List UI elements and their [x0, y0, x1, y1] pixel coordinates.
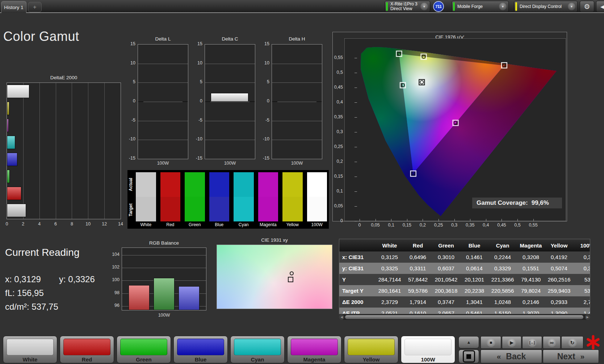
delta-y-tick: -15 — [125, 156, 135, 161]
pattern-button-cyan[interactable]: Cyan — [230, 336, 285, 363]
table-row: y: CIE310,33250,33110,60370,06140,33290,… — [339, 263, 590, 274]
table-row-label: y: CIE31 — [339, 263, 376, 274]
chevron-down-icon[interactable]: ▼ — [568, 3, 575, 10]
pattern-button-white[interactable]: White — [3, 336, 57, 363]
pattern-button-magenta[interactable]: Magenta — [287, 336, 341, 363]
cie1976-x-tick: 0,55 — [529, 223, 537, 228]
delta-y-tick: -15 — [192, 156, 202, 161]
table-cell: 1,3041 — [460, 296, 488, 308]
workflow-dropdown[interactable]: Direct Display Control ▼ — [514, 1, 578, 12]
target-swatch — [160, 197, 181, 221]
swatch-column-cyan: Cyan — [234, 172, 254, 228]
table-cell: 0,1610 — [404, 308, 432, 314]
stop-measure-button[interactable]: ■ — [481, 336, 501, 349]
rgb-y-tick: 98 — [109, 290, 119, 295]
pattern-swatch — [7, 339, 54, 355]
cie1976-x-tick: 0 — [358, 223, 361, 228]
swatch-column-magenta: Magenta — [258, 172, 278, 228]
refresh-measure-button[interactable]: ↻ — [561, 336, 583, 349]
alert-asterisk-icon — [586, 335, 601, 350]
chevron-down-icon[interactable]: ▼ — [499, 3, 507, 10]
gamut-coverage-value: 99,6% — [532, 199, 549, 207]
rgb-y-tick: 96 — [109, 303, 119, 308]
workflow-label: Direct Display Control — [520, 4, 562, 9]
table-cell: 20,1201 — [460, 274, 488, 285]
deltae-x-tick: 8 — [71, 221, 73, 227]
table-cell: 1,0248 — [488, 296, 517, 308]
cie1976-x-tick: 0,5 — [514, 223, 520, 228]
cie1976-y-tick: 0,05 — [334, 203, 343, 208]
deltae-bar-yellow — [7, 102, 9, 115]
actual-swatch — [234, 172, 254, 197]
pattern-button-green[interactable]: Green — [117, 336, 171, 363]
page-title: Color Gamut — [3, 29, 79, 44]
add-tab-button[interactable]: + — [28, 2, 42, 12]
cie1976-diagram — [344, 38, 566, 221]
pattern-button-blue[interactable]: Blue — [173, 336, 228, 363]
source-status-indicator — [453, 2, 455, 11]
table-cell: 53 — [573, 274, 590, 285]
pattern-button-100w[interactable]: 100W — [401, 336, 455, 363]
meter-dropdown[interactable]: X-Rite i1Pro 3 Direct View ▼ — [385, 1, 430, 12]
chevron-down-icon[interactable]: ▼ — [420, 3, 428, 10]
pattern-button-label: Blue — [174, 356, 227, 363]
swatch-label: Green — [185, 221, 205, 228]
raise-panel-button[interactable]: ▲ — [458, 336, 479, 348]
table-header: Cyan — [488, 239, 517, 251]
top-bar: History 1 + X-Rite i1Pro 3 Direct View ▼… — [0, 0, 604, 13]
next-label: Next — [557, 352, 575, 361]
actual-swatch — [136, 172, 156, 197]
table-header: Magenta — [517, 239, 545, 251]
swatch-label: White — [136, 221, 156, 228]
table-row: x: CIE310,31250,64960,30100,14610,22440,… — [339, 251, 590, 263]
table-cell: 2,0657 — [432, 308, 460, 314]
meter-count-badge[interactable]: 711 — [433, 1, 444, 12]
chevron-double-right-icon: » — [580, 352, 585, 361]
cie1976-y-tick: 0,15 — [334, 174, 343, 179]
collapse-panel-button[interactable]: ◀ — [596, 1, 604, 12]
continuous-measure-button[interactable]: ∞ — [543, 336, 561, 349]
rgb-bar-green — [154, 278, 175, 310]
play-measure-button[interactable]: ▶ — [502, 336, 521, 349]
current-reading-y: y: 0,3326 — [59, 274, 95, 284]
cie1931-reading-circle-marker — [290, 271, 294, 275]
scrollbar-thumb[interactable] — [345, 315, 584, 319]
stop-icon: ■ — [487, 338, 495, 347]
table-cell: 1,5150 — [488, 308, 517, 314]
delta_c-bar — [211, 93, 248, 102]
refresh-icon: ↻ — [568, 338, 577, 347]
pattern-button-red[interactable]: Red — [60, 336, 114, 363]
pattern-button-label: Magenta — [288, 356, 341, 363]
table-horizontal-scrollbar[interactable]: ◀ ▶ — [339, 314, 590, 320]
target-row-label: Target — [128, 198, 134, 222]
delta-y-tick: 15 — [125, 41, 135, 46]
table-row-label: x: CIE31 — [339, 251, 376, 263]
play-icon: ▶ — [507, 338, 516, 347]
table-cell: 0,2244 — [488, 251, 517, 263]
cie1976-x-tick: 0,4 — [483, 223, 489, 228]
rgb-y-tick: 100 — [109, 277, 119, 282]
cie1976-x-tick: 0,15 — [403, 223, 411, 228]
tab-history-1[interactable]: History 1 — [1, 1, 26, 13]
table-cell: 0,6496 — [404, 251, 432, 263]
step-measure-button[interactable]: [↔] — [522, 336, 542, 349]
gamut-coverage-label: Gamut Coverage: — [477, 199, 528, 207]
deltae2000-chart — [7, 82, 121, 219]
pattern-source-dropdown[interactable]: Mobile Forge ▼ — [452, 1, 509, 12]
record-stop-button[interactable] — [458, 350, 479, 363]
table-header: Red — [404, 239, 432, 251]
table-cell: 1,7914 — [404, 296, 432, 308]
settings-button[interactable]: ⚙ — [580, 1, 594, 12]
pattern-button-yellow[interactable]: Yellow — [344, 336, 398, 363]
current-reading-fl: fL: 156,95 — [5, 288, 44, 298]
back-button[interactable]: « Back — [481, 350, 542, 363]
swatch-column-red: Red — [160, 172, 181, 228]
scroll-left-icon[interactable]: ◀ — [339, 314, 344, 320]
pattern-swatch — [120, 339, 167, 355]
pattern-button-label: Cyan — [231, 356, 284, 363]
swatch-label: Cyan — [234, 221, 254, 228]
actual-swatch — [282, 172, 303, 197]
next-button[interactable]: Next » — [543, 350, 599, 363]
cie1976-x-tick: 0,2 — [420, 223, 426, 228]
scroll-right-icon[interactable]: ▶ — [585, 314, 590, 320]
